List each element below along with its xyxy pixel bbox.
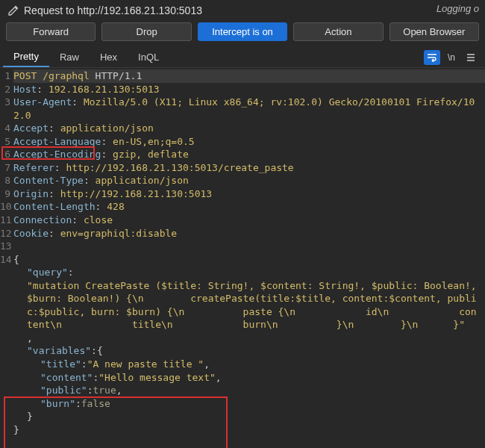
http-path: /graphql	[43, 70, 90, 81]
header-value: 428	[107, 201, 124, 212]
tab-icon-group: \n	[424, 50, 482, 65]
header-value: application/json	[60, 122, 154, 134]
json-query-value: "mutation CreatePaste ($title: String!, …	[13, 279, 481, 332]
forward-button[interactable]: Forward	[6, 22, 96, 41]
header-value: http://192.168.21.130:5013	[60, 188, 213, 199]
request-editor[interactable]: 1POST /graphql HTTP/1.1 2Host: 192.168.2…	[0, 68, 485, 436]
status-text: Logging o	[436, 3, 479, 14]
tab-hex[interactable]: Hex	[90, 48, 128, 66]
header-key: Accept-Encoding	[13, 149, 101, 160]
header-key: Host	[13, 84, 37, 95]
json-key: "variables"	[27, 345, 91, 356]
header-value: Mozilla/5.0 (X11; Linux x86_64; rv:102.0…	[13, 96, 475, 121]
tab-raw[interactable]: Raw	[49, 48, 90, 66]
header-key: User-Agent	[13, 96, 72, 108]
json-value: true	[93, 385, 116, 396]
json-key: "burn"	[40, 398, 75, 409]
view-tabs: Pretty Raw Hex InQL \n	[0, 47, 485, 68]
pencil-icon	[7, 4, 19, 16]
drop-button[interactable]: Drop	[101, 22, 191, 41]
json-key: "content"	[40, 372, 93, 383]
action-button-row: Forward Drop Intercept is on Action Open…	[0, 22, 485, 47]
wrap-icon[interactable]	[424, 50, 440, 65]
header-key: Content-Type	[13, 175, 84, 186]
header-key: Accept-Language	[13, 136, 101, 147]
hamburger-icon[interactable]	[463, 50, 479, 65]
json-key: "title"	[40, 358, 81, 370]
header-key: Accept	[13, 122, 48, 134]
header-key: Cookie	[13, 228, 48, 239]
header-value: gzip, deflate	[113, 149, 189, 160]
header-value: en-US,en;q=0.5	[113, 136, 195, 147]
header-value: 192.168.21.130:5013	[48, 84, 160, 95]
json-key: "query"	[27, 267, 68, 278]
header-key: Content-Length	[13, 201, 96, 212]
tab-pretty[interactable]: Pretty	[3, 47, 49, 67]
header-key: Referer	[13, 162, 54, 173]
open-browser-button[interactable]: Open Browser	[389, 22, 479, 41]
header-key: Origin	[13, 188, 48, 199]
http-method: POST	[13, 70, 37, 81]
title-bar: Request to http://192.168.21.130:5013	[0, 0, 485, 22]
header-value: env=graphiql:disable	[60, 228, 178, 239]
request-title: Request to http://192.168.21.130:5013	[24, 4, 202, 16]
http-protocol: HTTP/1.1	[96, 70, 143, 81]
json-key: "public"	[40, 385, 87, 396]
header-value: http://192.168.21.130:5013/create_paste	[66, 162, 293, 173]
tab-inql[interactable]: InQL	[128, 48, 169, 66]
header-value: application/json	[96, 175, 189, 186]
header-value: close	[84, 214, 113, 225]
intercept-toggle-button[interactable]: Intercept is on	[198, 22, 287, 41]
header-key: Connection	[13, 214, 72, 225]
action-button[interactable]: Action	[293, 22, 383, 41]
json-value: "Hello message text"	[98, 372, 216, 383]
newline-icon[interactable]: \n	[443, 50, 460, 65]
json-value: "A new paste title "	[87, 358, 204, 370]
json-value: false	[81, 398, 110, 409]
